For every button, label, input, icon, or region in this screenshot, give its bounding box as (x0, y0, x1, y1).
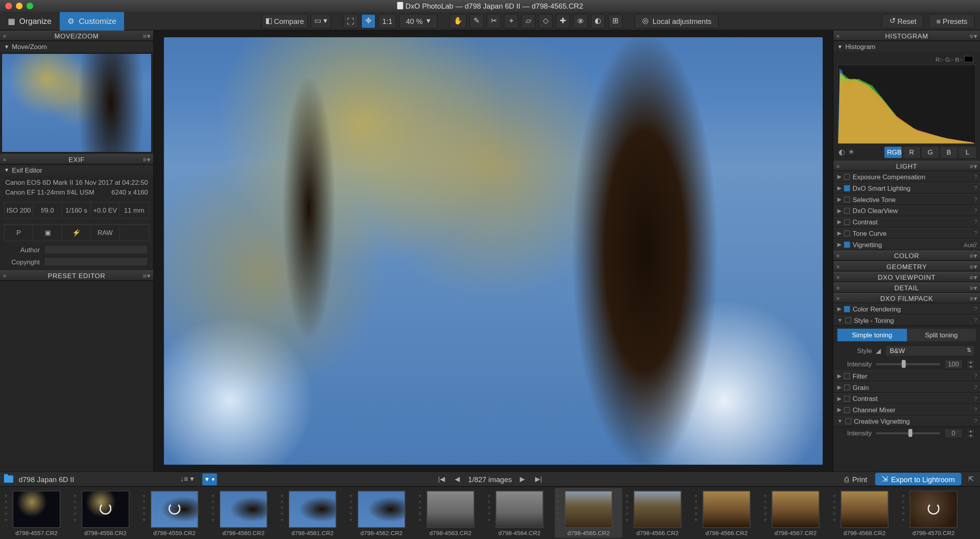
panel-menu-button[interactable]: ≡▾ (969, 262, 977, 270)
close-panel-button[interactable]: × (836, 295, 840, 302)
thumbnail[interactable]: ★★★★★d798-4565.CR2 (555, 488, 622, 538)
movezoom-thumbnail[interactable] (1, 53, 152, 153)
close-panel-button[interactable]: × (836, 32, 840, 40)
thumbnail[interactable]: ★★★★★d798-4559.CR2 (141, 488, 209, 538)
checkbox[interactable] (844, 197, 850, 202)
perspective-8pt-button[interactable]: ◇ (538, 14, 553, 28)
channel-mixer-row[interactable]: ▶Channel Mixer? (833, 404, 980, 416)
checkbox[interactable] (844, 219, 850, 225)
wand-icon[interactable]: ◢ (876, 347, 881, 355)
light-item[interactable]: ▶DxO ClearView? (833, 205, 980, 217)
step-down[interactable]: ▾ (967, 433, 975, 438)
next-image-button[interactable]: ▶ (517, 474, 528, 484)
horizon-button[interactable]: ⌖ (504, 14, 518, 28)
hand-tool-button[interactable]: ✥ (361, 14, 376, 28)
repair-button[interactable]: ✚ (555, 14, 570, 28)
histogram-rgb-button[interactable]: RGB (884, 147, 902, 158)
checkbox[interactable] (844, 384, 850, 390)
image-viewer[interactable] (154, 31, 833, 472)
layout-button[interactable]: ▭ ▾ (310, 14, 331, 28)
thumbnail[interactable]: ★★★★★d798-4557.CR2 (3, 488, 71, 538)
histogram-subheader[interactable]: ▼Histogram (833, 41, 980, 52)
thumbnail[interactable]: ★★★★★d798-4560.CR2 (210, 488, 278, 538)
light-item[interactable]: ▶DxO Smart Lighting? (833, 182, 980, 194)
customize-tab[interactable]: ⚙ Customize (60, 12, 124, 30)
step-up[interactable]: ▴ (967, 429, 975, 433)
filter-row[interactable]: ▶Filter? (833, 370, 980, 382)
panel-menu-button[interactable]: ≡▾ (969, 252, 977, 259)
thumbnail[interactable]: ★★★★★d798-4564.CR2 (486, 488, 554, 538)
close-panel-button[interactable]: × (836, 284, 840, 291)
filter-button[interactable]: ▼ ▾ (202, 473, 217, 485)
light-item[interactable]: ▶Contrast? (833, 217, 980, 228)
step-down[interactable]: ▾ (967, 364, 975, 369)
vig-intensity-value[interactable]: 0 (944, 428, 963, 438)
redeye-button[interactable]: 👁 (573, 14, 588, 28)
checkbox[interactable] (844, 407, 850, 413)
panel-menu-button[interactable]: ≡▾ (969, 295, 977, 302)
close-panel-button[interactable]: × (3, 32, 7, 40)
export-lightroom-button[interactable]: ⇲Export to Lightroom (875, 473, 962, 485)
minimize-window-button[interactable] (16, 3, 23, 9)
local-adjustments-button[interactable]: ◎ Local adjustments (635, 14, 719, 28)
style-dropdown[interactable]: B&W (885, 345, 975, 357)
thumbnail[interactable]: ★★★★★d798-4570.CR2 (900, 488, 967, 538)
light-item[interactable]: ▶Selective Tone? (833, 194, 980, 205)
pan-tool-button[interactable]: ✋ (450, 14, 467, 28)
checkbox[interactable] (844, 396, 850, 402)
fit-button[interactable]: ⛶ (343, 14, 358, 28)
light-item[interactable]: ▶VignettingAuto? (833, 239, 980, 250)
style-toning-row[interactable]: ▼Style - Toning? (833, 315, 980, 326)
movezoom-subheader[interactable]: ▼Move/Zoom (0, 41, 153, 52)
simple-toning-tab[interactable]: Simple toning (837, 329, 907, 341)
print-button[interactable]: ⎙Print (840, 473, 871, 485)
last-image-button[interactable]: ▶| (533, 474, 544, 484)
thumbnail[interactable]: ★★★★★d798-4568.CR2 (831, 488, 898, 538)
vig-intensity-slider[interactable] (876, 432, 940, 434)
close-panel-button[interactable]: × (3, 156, 7, 163)
grain-row[interactable]: ▶Grain? (833, 382, 980, 393)
histogram-l-button[interactable]: L (959, 147, 976, 158)
checkbox[interactable] (844, 208, 850, 214)
thumbnail[interactable]: ★★★★★d798-4562.CR2 (348, 488, 416, 538)
panel-menu-button[interactable]: ≡▾ (969, 273, 977, 281)
checkbox[interactable] (845, 317, 851, 323)
close-panel-button[interactable]: × (3, 272, 7, 279)
close-panel-button[interactable]: × (836, 252, 840, 259)
histogram-r-button[interactable]: R (903, 147, 920, 158)
intensity-value[interactable]: 100 (944, 359, 963, 369)
checkbox[interactable] (844, 242, 850, 248)
panel-menu-button[interactable]: ≡▾ (969, 32, 977, 40)
close-panel-button[interactable]: × (836, 273, 840, 281)
organize-tab[interactable]: ▦ Organize (0, 12, 60, 30)
histogram-b-button[interactable]: B (940, 147, 957, 158)
highlight-clip-icon[interactable]: ☀ (848, 148, 855, 157)
exif-subheader[interactable]: ▼Exif Editor (0, 165, 153, 175)
panel-menu-button[interactable]: ≡▾ (143, 156, 151, 163)
creative-vignetting-row[interactable]: ▼Creative Vignetting? (833, 416, 980, 427)
checkbox[interactable] (844, 185, 850, 191)
zoom-window-button[interactable] (27, 3, 33, 9)
close-panel-button[interactable]: × (836, 262, 840, 270)
thumbnail[interactable]: ★★★★★d798-4558.CR2 (72, 488, 140, 538)
close-panel-button[interactable]: × (836, 162, 840, 170)
checkbox[interactable] (844, 230, 850, 236)
close-window-button[interactable] (5, 3, 12, 9)
crop-button[interactable]: ✂ (486, 14, 501, 28)
prev-image-button[interactable]: ◀ (452, 474, 463, 484)
first-image-button[interactable]: |◀ (436, 474, 447, 484)
panel-menu-button[interactable]: ≡▾ (143, 32, 151, 40)
author-input[interactable] (44, 245, 148, 255)
thumbnail[interactable]: ★★★★★d798-4566.CR2 (693, 488, 760, 538)
eyedropper-button[interactable]: ✎ (469, 14, 484, 28)
step-up[interactable]: ▴ (967, 360, 975, 364)
shadow-clip-icon[interactable]: ◐ (838, 148, 845, 157)
one-to-one-button[interactable]: 1:1 (378, 14, 396, 28)
panel-menu-button[interactable]: ≡▾ (143, 272, 151, 279)
presets-button[interactable]: ≡ Presets (929, 14, 975, 28)
reset-button[interactable]: ↺ Reset (882, 14, 924, 28)
compare-button[interactable]: ◧ Compare (261, 14, 308, 28)
checkbox[interactable] (844, 373, 850, 379)
checkbox[interactable] (844, 306, 850, 312)
checkbox[interactable] (845, 418, 851, 424)
